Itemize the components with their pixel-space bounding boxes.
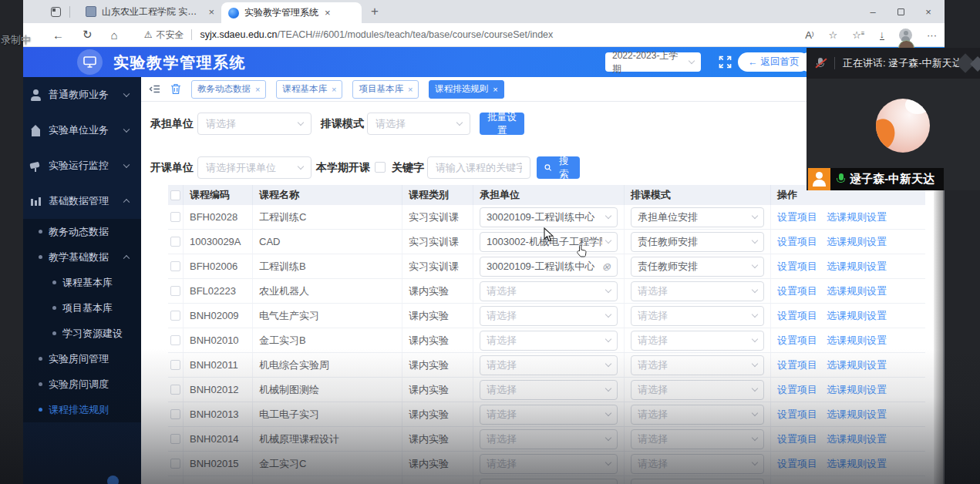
mode-select[interactable]: 责任教师安排 (631, 232, 764, 252)
row-checkbox[interactable] (170, 385, 180, 395)
row-checkbox[interactable] (170, 311, 180, 321)
set-project-link[interactable]: 设置项目 (777, 210, 817, 224)
selection-rule-link[interactable]: 选课规则设置 (827, 260, 887, 274)
mode-select[interactable]: 责任教师安排 (631, 257, 764, 277)
page-chip[interactable]: 课程排选规则 × (429, 80, 503, 99)
mode-select[interactable]: 请选择 (631, 306, 764, 326)
row-checkbox[interactable] (170, 360, 180, 370)
mode-filter-select[interactable]: 请选择 (367, 113, 470, 135)
keyword-input[interactable] (427, 156, 530, 179)
unit-select-suffix-icon[interactable] (601, 261, 611, 272)
page-chip[interactable]: 课程基本库 × (276, 80, 342, 99)
selection-rule-link[interactable]: 选课规则设置 (827, 358, 887, 372)
selection-rule-link[interactable]: 选课规则设置 (827, 210, 887, 224)
row-checkbox[interactable] (170, 286, 180, 296)
mode-select[interactable]: 请选择 (631, 454, 764, 474)
selection-rule-link[interactable]: 选课规则设置 (827, 432, 887, 446)
unit-select-suffix-icon[interactable] (605, 237, 611, 244)
sidebar-item[interactable]: 课程排选规则 (23, 397, 141, 422)
mode-select[interactable] (631, 479, 764, 484)
close-tab-icon[interactable]: × (208, 6, 214, 18)
downloads-icon[interactable]: ↓ (880, 30, 885, 40)
sidebar-item[interactable]: 项目基本库 (23, 295, 141, 321)
set-project-link[interactable]: 设置项目 (777, 260, 817, 274)
sidebar-item[interactable]: 普通教师业务 (23, 77, 141, 113)
selection-rule-link[interactable]: 选课规则设置 (827, 334, 887, 348)
maximize-icon[interactable] (887, 0, 914, 23)
microphone-muted-icon[interactable] (815, 57, 827, 69)
this-term-checkbox[interactable] (375, 162, 386, 173)
unit-select-suffix-icon[interactable] (605, 287, 611, 293)
new-tab-button[interactable]: + (371, 4, 379, 19)
mode-select[interactable]: 请选择 (631, 429, 764, 449)
unit-select-suffix-icon[interactable] (605, 336, 611, 342)
sidebar-item[interactable]: 实验房间调度 (23, 371, 141, 397)
unit-filter-select[interactable]: 请选择 (197, 113, 312, 135)
unit-select[interactable]: 30020109-工程训练中心 (480, 257, 618, 277)
sidebar-item[interactable]: 学习资源建设 (23, 321, 141, 346)
read-aloud-icon[interactable]: A) (805, 29, 813, 41)
mode-select[interactable]: 请选择 (631, 380, 764, 400)
unit-select-suffix-icon[interactable] (605, 385, 611, 392)
url-text[interactable]: syjx.sdaeu.edu.cn/TEACH/#/6001/modules/t… (200, 29, 553, 40)
selection-rule-link[interactable]: 选课规则设置 (827, 383, 887, 397)
trash-icon[interactable] (170, 83, 181, 95)
page-chip[interactable]: 教务动态数据 × (191, 80, 266, 99)
mode-select[interactable]: 请选择 (631, 355, 764, 375)
sidebar-item[interactable]: 实验单位业务 (23, 113, 141, 148)
speaker-video-tile[interactable]: 逯子森-中新天达 (807, 79, 980, 190)
selection-rule-link[interactable]: 选课规则设置 (827, 408, 887, 422)
batch-set-button[interactable]: 批量设置 (480, 113, 524, 135)
close-chip-icon[interactable]: × (408, 85, 413, 94)
close-tab-icon[interactable]: × (325, 7, 331, 18)
unit-select[interactable]: 请选择 (480, 405, 618, 425)
set-project-link[interactable]: 设置项目 (777, 358, 817, 372)
unit-select-suffix-icon[interactable] (605, 311, 611, 318)
set-project-link[interactable]: 设置项目 (777, 432, 817, 446)
close-icon[interactable]: × (914, 0, 942, 23)
unit-select-suffix-icon[interactable] (605, 213, 611, 219)
mode-select[interactable]: 请选择 (631, 405, 764, 425)
tab-actions-icon[interactable] (51, 7, 61, 17)
favorites-icon[interactable]: ☆ (829, 29, 838, 41)
row-checkbox[interactable] (170, 212, 180, 222)
unit-select[interactable]: 请选择 (480, 281, 618, 301)
sidebar-item[interactable]: 教学基础数据 (23, 244, 141, 270)
set-project-link[interactable]: 设置项目 (777, 408, 817, 422)
unit-select[interactable]: 请选择 (480, 355, 618, 375)
dept-filter-select[interactable]: 请选择开课单位 (197, 156, 312, 179)
minimize-icon[interactable]: – (859, 0, 887, 23)
selection-rule-link[interactable]: 选课规则设置 (827, 457, 887, 471)
select-all-checkbox[interactable] (170, 190, 180, 200)
row-checkbox[interactable] (170, 459, 180, 469)
browser-tab-teaching-system[interactable]: 实验教学管理系统 × (221, 2, 362, 23)
sidebar-item[interactable]: 基础数据管理 (23, 183, 141, 219)
close-chip-icon[interactable]: × (255, 85, 260, 94)
unit-select[interactable]: 请选择 (480, 306, 618, 326)
browser-tab-school-site[interactable]: 山东农业工程学院 实验室与实验 × (79, 0, 221, 23)
unit-select-suffix-icon[interactable] (605, 435, 611, 441)
unit-select-suffix-icon[interactable] (605, 459, 611, 466)
unit-select-suffix-icon[interactable] (605, 361, 611, 367)
row-checkbox[interactable] (170, 409, 180, 419)
close-chip-icon[interactable]: × (493, 85, 497, 94)
row-checkbox[interactable] (170, 434, 180, 444)
row-checkbox[interactable] (170, 335, 180, 345)
page-chip[interactable]: 项目基本库 × (352, 80, 419, 99)
set-project-link[interactable]: 设置项目 (777, 309, 817, 323)
search-button[interactable]: 搜索 (537, 156, 580, 179)
floating-button[interactable] (107, 476, 119, 484)
row-checkbox[interactable] (170, 261, 180, 271)
sidebar-item[interactable]: 教务动态数据 (23, 219, 141, 244)
security-warning[interactable]: ⚠ 不安全 (144, 29, 184, 42)
unit-select[interactable]: 请选择 (480, 454, 618, 474)
collapse-menu-icon[interactable] (149, 84, 160, 94)
close-chip-icon[interactable]: × (332, 85, 336, 94)
mode-select[interactable]: 承担单位安排 (631, 207, 764, 227)
more-icon[interactable]: ··· (927, 29, 937, 41)
mode-select[interactable]: 请选择 (631, 331, 764, 351)
unit-select[interactable] (480, 479, 618, 484)
set-project-link[interactable]: 设置项目 (777, 235, 817, 249)
unit-select[interactable]: 30020109-工程训练中心 (480, 207, 618, 227)
set-project-link[interactable]: 设置项目 (777, 284, 817, 298)
